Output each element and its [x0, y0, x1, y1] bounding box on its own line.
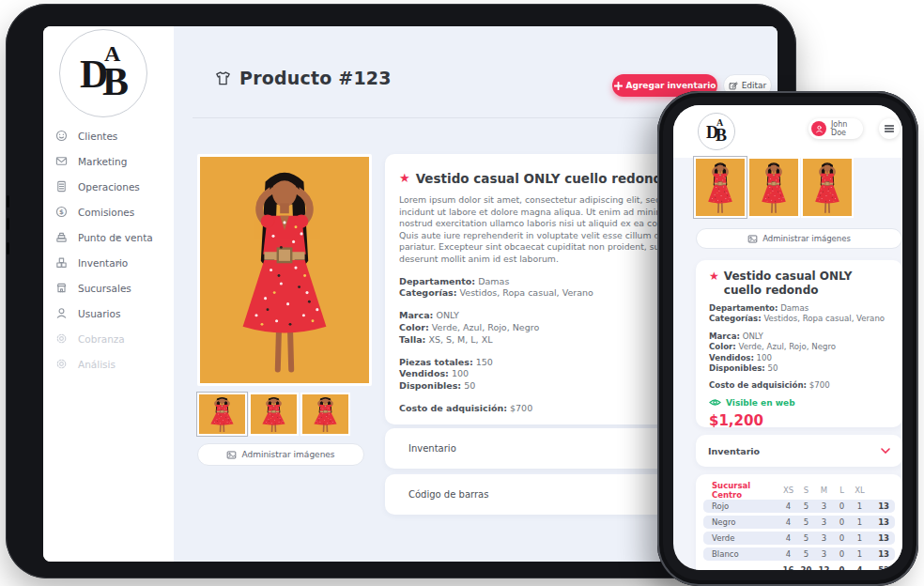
hamburger-menu-button[interactable] — [879, 118, 900, 139]
sidebar-item-punto-de-venta[interactable]: Punto de venta > — [43, 224, 174, 250]
tablet-power-button — [7, 242, 9, 254]
sidebar-item-marketing[interactable]: Marketing — [43, 148, 174, 174]
smiley-icon — [55, 130, 68, 142]
column-header: XL — [851, 486, 869, 495]
thumbnail-2[interactable] — [249, 393, 299, 436]
star-icon: ★ — [399, 171, 410, 186]
phone-screen: D A B John Doe — [673, 105, 902, 570]
sidebar-item-label: Cobranza — [78, 333, 125, 345]
manage-images-button[interactable]: Administrar imágenes — [696, 228, 902, 249]
sidebar-item-label: Operaciones — [78, 181, 140, 193]
field-available: Disponibles: 50 — [709, 363, 889, 374]
hamburger-icon — [885, 125, 894, 132]
gear-icon — [55, 332, 68, 345]
plus-icon — [614, 82, 623, 90]
column-header: M — [815, 486, 833, 495]
gear-icon — [55, 358, 68, 370]
sidebar-item-label: Usuarios — [78, 308, 120, 319]
chevron-right-icon: > — [115, 258, 122, 268]
user-name: John Doe — [831, 120, 863, 137]
inventory-panel[interactable]: Inventario — [696, 435, 902, 467]
barcode-panel-label: Código de barras — [408, 489, 488, 500]
field-department: Departamento: Damas — [709, 303, 889, 314]
sidebar-item-analisis[interactable]: Análisis — [43, 351, 174, 377]
table-totals-row: 16 20 12 0 4 52 — [703, 563, 895, 570]
sidebar-item-operaciones[interactable]: Operaciones — [43, 174, 174, 199]
thumbnail-strip — [197, 393, 350, 436]
image-icon — [226, 450, 237, 460]
product-title: Vestido casual ONLY cuello redondo — [416, 171, 671, 186]
product-detail-card: ★ Vestido casual ONLY cuello redondo Dep… — [696, 260, 902, 427]
sidebar-item-clientes[interactable]: Clientes — [43, 123, 174, 148]
user-icon — [815, 125, 824, 133]
thumbnail-1[interactable] — [694, 157, 747, 218]
edit-label: Editar — [742, 81, 767, 90]
document-icon — [55, 180, 68, 193]
page-title: Producto #123 — [239, 68, 392, 88]
visible-on-web-toggle[interactable]: Visible en web — [709, 398, 889, 408]
user-icon — [55, 307, 68, 319]
product-price: $1,200 — [709, 412, 889, 427]
sidebar-item-label: Clientes — [78, 131, 117, 142]
envelope-icon — [55, 155, 68, 167]
phone-device-frame: D A B John Doe — [657, 91, 918, 586]
sidebar: D A B Clientes Marketing Operaci — [43, 26, 174, 562]
eye-icon — [709, 398, 721, 407]
edit-pencil-icon — [729, 81, 738, 90]
commission-coin-icon: $ — [55, 206, 68, 218]
thumbnail-1[interactable] — [197, 393, 247, 436]
tablet-volume-button — [7, 195, 9, 208]
sidebar-item-usuarios[interactable]: Usuarios — [43, 301, 174, 326]
table-row: Negro 4 5 3 0 1 13 — [703, 516, 895, 529]
tablet-volume-button — [7, 218, 9, 230]
column-header: L — [833, 486, 851, 495]
brand-logo: D A B — [698, 113, 735, 150]
table-row: Blanco 4 5 3 0 1 13 — [703, 547, 895, 561]
manage-images-button[interactable]: Administrar imágenes — [197, 443, 364, 466]
logo-letter: B — [716, 127, 727, 144]
boxes-icon — [55, 256, 68, 269]
field-color: Color: Verde, Azul, Rojo, Negro — [709, 342, 889, 352]
sidebar-item-label: Comisiones — [78, 207, 134, 218]
chevron-right-icon: > — [115, 233, 122, 242]
page: D A B Clientes Marketing Operaci — [0, 0, 924, 586]
table-row: Rojo 4 5 3 0 1 13 — [703, 500, 895, 513]
field-group-attributes: Marca: ONLY Color: Verde, Azul, Rojo, Ne… — [709, 332, 889, 375]
field-sold: Vendidos: 100 — [709, 353, 889, 363]
user-menu[interactable]: John Doe — [808, 118, 863, 139]
thumbnail-3[interactable] — [300, 393, 350, 436]
thumbnail-2[interactable] — [747, 157, 800, 218]
cash-register-icon — [55, 231, 68, 243]
image-icon — [747, 234, 758, 244]
field-categories: Categorías: Vestidos, Ropa casual, Veran… — [709, 314, 889, 324]
sidebar-item-comisiones[interactable]: $ Comisiones — [43, 199, 174, 224]
dress-photo — [200, 157, 369, 383]
inventory-panel-label: Inventario — [708, 446, 760, 456]
chevron-down-icon — [881, 448, 890, 454]
inventory-table-card: Sucursal Centro XS S M L XL Rojo 4 5 3 0… — [696, 474, 902, 570]
sidebar-item-inventario[interactable]: Inventario > — [43, 250, 174, 275]
manage-images-label: Administrar imágenes — [241, 450, 334, 459]
column-header: XS — [779, 486, 797, 495]
tshirt-icon — [214, 69, 232, 87]
inventory-panel-label: Inventario — [408, 443, 456, 454]
phone-header: D A B John Doe — [673, 105, 902, 158]
field-group-classification: Departamento: Damas Categorías: Vestidos… — [709, 303, 889, 325]
star-icon: ★ — [709, 270, 719, 284]
sidebar-item-sucursales[interactable]: Sucursales — [43, 275, 174, 301]
sidebar-item-label: Análisis — [78, 359, 116, 370]
store-icon — [55, 282, 68, 294]
add-inventory-label: Agregar inventario — [626, 81, 716, 90]
thumbnail-3[interactable] — [801, 157, 854, 218]
sidebar-item-cobranza[interactable]: Cobranza — [43, 326, 174, 351]
product-main-image — [197, 154, 372, 386]
table-row: Verde 4 5 3 0 1 13 — [703, 532, 895, 545]
sidebar-item-label: Sucursales — [78, 283, 131, 294]
avatar — [811, 121, 826, 136]
sidebar-item-label: Marketing — [78, 156, 127, 167]
product-title: Vestido casual ONLY cuello redondo — [724, 270, 889, 298]
field-group-cost: Costo de adquisición: $700 — [709, 380, 889, 391]
field-brand: Marca: ONLY — [709, 332, 889, 342]
svg-text:$: $ — [59, 208, 64, 216]
branch-name: Sucursal Centro — [712, 481, 779, 500]
